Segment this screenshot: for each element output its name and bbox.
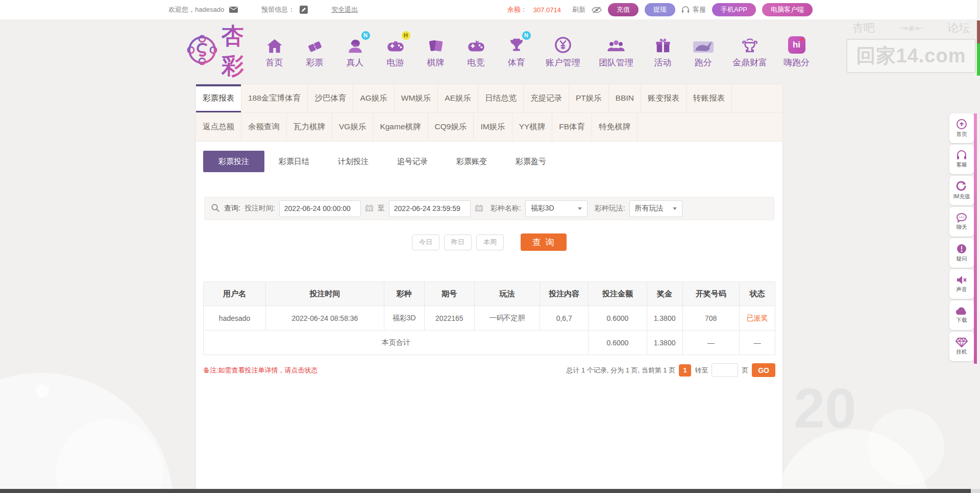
side-service[interactable]: 客服 [949,145,974,174]
today-button[interactable]: 今日 [412,234,439,250]
time-to-input[interactable] [389,200,471,217]
site-logo[interactable]: 杏彩 [187,21,245,81]
table-header-row: 用户名 投注时间 彩种 期号 玩法 投注内容 投注金额 奖金 开奖号码 状态 [204,282,775,306]
calendar-icon[interactable] [475,204,483,214]
goto-label: 转至 [695,366,708,375]
status-link[interactable]: 已派奖 [746,314,768,322]
side-widget: 首页 客服 IM充值 聊天 疑问 声音 下载 挂机 [949,113,974,363]
gift-icon [655,34,671,54]
tab-yy-cards[interactable]: YY棋牌 [512,113,553,141]
tab-balance-query[interactable]: 余额查询 [241,113,287,141]
cell-bet-amount: 0.6000 [589,306,647,331]
tab-vg[interactable]: VG娱乐 [332,113,373,141]
vertical-scrollbar-thumb[interactable] [977,43,980,76]
logout-link[interactable]: 安全退出 [331,5,358,14]
subtab-lottery-pnl[interactable]: 彩票盈亏 [501,151,560,172]
horizontal-scrollbar-thumb[interactable] [0,489,971,493]
horizontal-scrollbar[interactable] [0,489,980,493]
tab-wm[interactable]: WM娱乐 [395,84,438,112]
nav-item-account[interactable]: 账户管理 [536,34,590,68]
cell-play: 一码不定胆 [474,306,540,331]
tab-im[interactable]: IM娱乐 [474,113,512,141]
current-page-badge[interactable]: 1 [679,364,691,377]
nav-label: 电竞 [468,57,485,68]
tab-transfer-report[interactable]: 转账报表 [687,84,732,112]
report-tabs-row1: 彩票报表 188金宝博体育 沙巴体育 AG娱乐 WM娱乐 AE娱乐 日结总览 充… [196,84,782,113]
nav-item-live[interactable]: N 真人 [335,34,375,68]
to-label: 至 [378,204,385,213]
side-sound[interactable]: 声音 [949,269,974,299]
subtab-chase-records[interactable]: 追号记录 [383,151,442,172]
exclamation-circle-icon [956,243,967,254]
side-afk[interactable]: 挂机 [949,332,974,361]
edit-icon[interactable] [300,6,308,14]
withdraw-button[interactable]: 提现 [645,3,675,16]
search-label: 查询: [224,204,240,213]
cell-lottery: 福彩3D [384,306,424,331]
table-summary-row: 本页合计 0.6000 1.3800 — — [204,331,775,355]
tab-pt[interactable]: PT娱乐 [569,84,609,112]
col-bet-time: 投注时间 [266,282,384,306]
eye-slash-icon[interactable] [592,7,602,13]
tab-cq9[interactable]: CQ9娱乐 [428,113,474,141]
site-header: 杏彩 首页 彩票 N 真人 H 电游 [187,26,769,77]
play-select-value: 所有玩法 [635,204,664,213]
side-download[interactable]: 下载 [949,300,974,330]
service-link[interactable]: 客服 [693,5,706,14]
lottery-select[interactable]: 福彩3D [525,200,587,217]
tab-saba-sports[interactable]: 沙巴体育 [308,84,353,112]
speaker-muted-icon [956,275,967,285]
nav-item-home[interactable]: 首页 [254,34,295,68]
go-button[interactable]: GO [752,363,775,377]
nav-item-paofen[interactable]: 跑分 [683,34,723,68]
subtab-lottery-changes[interactable]: 彩票账变 [442,151,501,172]
refresh-link[interactable]: 刷新 [572,5,585,14]
page-number-input[interactable] [712,363,738,377]
nav-item-activity[interactable]: 活动 [643,34,683,68]
col-bet-content: 投注内容 [540,282,589,306]
tab-wali-cards[interactable]: 瓦力棋牌 [287,113,332,141]
vertical-scrollbar[interactable] [977,0,980,493]
nav-item-slots[interactable]: H 电游 [375,34,415,68]
tab-daily-overview[interactable]: 日结总览 [478,84,524,112]
side-im-recharge[interactable]: IM充值 [949,176,974,205]
nav-item-cards[interactable]: 棋牌 [415,34,456,68]
subtab-lottery-daily[interactable]: 彩票日结 [264,151,324,172]
nav-item-wealth[interactable]: 金鼎财富 [723,34,776,68]
tab-kgame[interactable]: Kgame棋牌 [373,113,428,141]
pc-client-button[interactable]: 电脑客户端 [762,3,813,16]
query-button[interactable]: 查 询 [521,233,567,251]
nav-item-esports[interactable]: 电竞 [456,34,496,68]
nav-label: 电游 [387,57,404,68]
tab-fb-sports[interactable]: FB体育 [552,113,592,141]
calendar-icon[interactable] [365,204,374,214]
mobile-app-button[interactable]: 手机APP [712,3,756,16]
play-type-select[interactable]: 所有玩法 [629,200,682,217]
tab-deposit-records[interactable]: 充提记录 [524,84,569,112]
tab-account-change[interactable]: 账变报表 [641,84,687,112]
tab-rebate-total[interactable]: 返点总额 [196,113,241,141]
nav-item-lottery[interactable]: 彩票 [295,34,335,68]
side-home[interactable]: 首页 [949,113,974,143]
subtab-plan-bets[interactable]: 计划投注 [324,151,383,172]
subtab-lottery-bets[interactable]: 彩票投注 [203,151,264,172]
time-from-input[interactable] [279,200,361,217]
tab-bbin[interactable]: BBIN [609,84,641,112]
vertical-scrollbar-segment[interactable] [977,20,980,43]
recharge-button[interactable]: 充值 [608,3,639,16]
tab-temian-cards[interactable]: 特免棋牌 [592,113,638,141]
nav-item-team[interactable]: 团队管理 [590,34,643,68]
this-week-button[interactable]: 本周 [476,234,504,250]
side-label: 声音 [957,286,967,293]
nav-item-sports[interactable]: N 体育 [496,34,536,68]
mail-icon[interactable] [229,7,238,13]
side-chat[interactable]: 聊天 [949,207,974,237]
yesterday-button[interactable]: 昨日 [444,234,472,250]
tab-lottery-report[interactable]: 彩票报表 [196,84,241,112]
tab-ag[interactable]: AG娱乐 [353,84,394,112]
nav-label: 真人 [347,57,364,68]
tab-ae[interactable]: AE娱乐 [438,84,478,112]
side-question[interactable]: 疑问 [949,238,974,268]
nav-item-hi-paofen[interactable]: hi 嗨跑分 [776,34,817,68]
tab-188-sports[interactable]: 188金宝博体育 [241,84,308,112]
